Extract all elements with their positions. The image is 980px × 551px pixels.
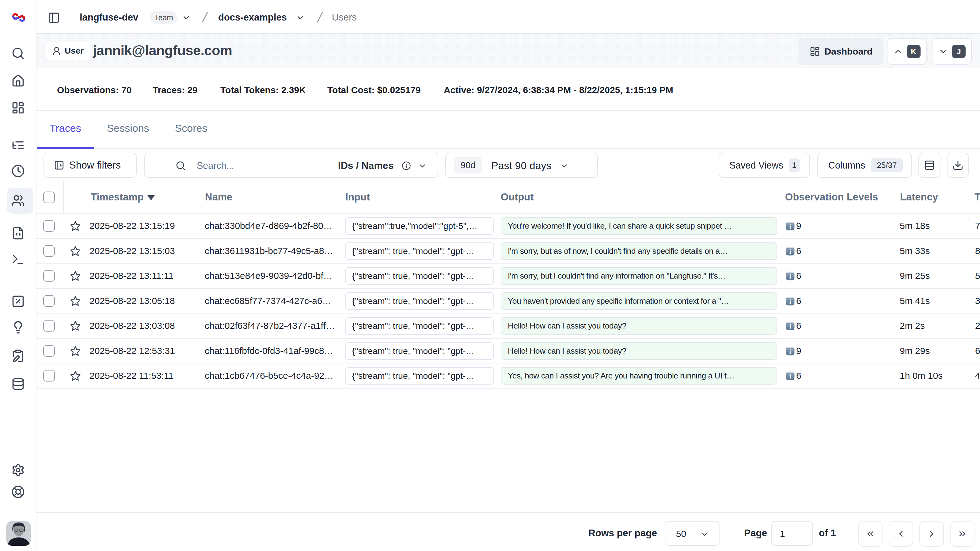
svg-text:i: i: [789, 223, 791, 230]
svg-text:i: i: [789, 248, 791, 255]
svg-text:i: i: [789, 323, 791, 330]
svg-text:i: i: [789, 347, 791, 355]
svg-text:i: i: [789, 298, 791, 305]
svg-text:i: i: [789, 273, 791, 280]
svg-text:i: i: [789, 373, 791, 380]
